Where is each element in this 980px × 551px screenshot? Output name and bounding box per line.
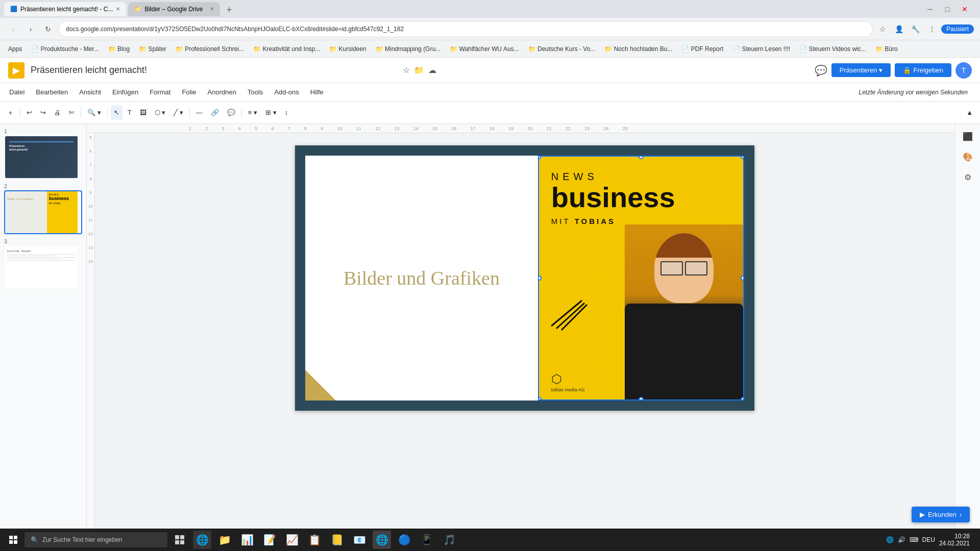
line-button[interactable]: ╱ ▾: [170, 106, 186, 120]
link-button[interactable]: 🔗: [208, 106, 222, 120]
menu-hilfe[interactable]: Hilfe: [305, 86, 329, 98]
add-button[interactable]: ＋: [4, 106, 17, 120]
align-button[interactable]: ≡ ▾: [245, 106, 260, 120]
menu-datei[interactable]: Datei: [4, 86, 30, 98]
bookmark-produktsuche[interactable]: 📄 Produktsuche - Mer...: [27, 43, 103, 55]
bookmark-icon[interactable]: ☆: [876, 22, 890, 36]
right-panel-btn-1[interactable]: ⬛: [960, 128, 976, 144]
share-button[interactable]: 🔒 Freigeben: [895, 63, 951, 77]
handle-mid-right[interactable]: [741, 276, 744, 281]
bookmark-kursideen[interactable]: 📁 Kursideen: [325, 43, 370, 55]
taskview-button[interactable]: [170, 531, 189, 549]
erkunden-button[interactable]: ▶ Erkunden ›: [912, 507, 970, 522]
slide-2-thumb[interactable]: Bilder und Grafiken NEWS business MIT TO…: [4, 190, 82, 234]
taskbar-excel-icon[interactable]: 📈: [283, 531, 301, 549]
taskbar-onenote-icon[interactable]: 📒: [328, 531, 346, 549]
bookmark-buero[interactable]: 📁 Büro: [871, 43, 902, 55]
handle-top-right[interactable]: [741, 156, 744, 159]
extensions-icon[interactable]: 🔧: [909, 22, 923, 36]
menu-tools[interactable]: Tools: [242, 86, 268, 98]
minimize-button[interactable]: ─: [923, 2, 937, 16]
bookmark-apps[interactable]: Apps: [4, 43, 26, 55]
textbox-button[interactable]: T: [125, 106, 135, 120]
bookmark-blog[interactable]: 📁 Blog: [104, 43, 134, 55]
bookmark-pdf[interactable]: 📄 PDF Report: [677, 43, 727, 55]
tab-close-inactive[interactable]: ✕: [210, 6, 214, 12]
comment-toolbar-button[interactable]: 💬: [224, 106, 238, 120]
taskbar-music-icon[interactable]: 🎵: [440, 531, 458, 549]
taskbar-edge2-icon[interactable]: 🔵: [395, 531, 413, 549]
right-panel-btn-2[interactable]: 🎨: [960, 148, 976, 165]
cursor-button[interactable]: ↖: [111, 106, 122, 120]
cloud-icon[interactable]: ☁: [428, 65, 436, 75]
bookmark-mindmapping[interactable]: 📁 Mindmapping (Gru...: [372, 43, 445, 55]
bookmark-professionell[interactable]: 📁 Professionell Schrei...: [172, 43, 248, 55]
handle-bottom-right[interactable]: [741, 397, 744, 400]
bookmark-hochladen[interactable]: 📁 Noch hochladen Bu...: [600, 43, 676, 55]
present-button[interactable]: Präsentieren ▾: [831, 63, 891, 77]
tab-close-active[interactable]: ✕: [116, 6, 120, 12]
right-panel-btn-3[interactable]: ⚙: [960, 169, 976, 185]
restore-button[interactable]: □: [940, 2, 954, 16]
profile-icon[interactable]: 👤: [892, 22, 906, 36]
image-button[interactable]: 🖼: [137, 106, 150, 120]
bookmark-deutsche[interactable]: 📁 Deutsche Kurs - Vo...: [524, 43, 600, 55]
redo-button[interactable]: ↪: [37, 106, 49, 120]
menu-addons[interactable]: Add-ons: [269, 86, 304, 98]
address-bar[interactable]: docs.google.com/presentation/d/1yV372SO5…: [58, 21, 873, 37]
slide-canvas[interactable]: Bilder und Grafiken: [295, 145, 754, 411]
taskbar-search[interactable]: 🔍 Zur Suche Text hier eingeben: [24, 532, 167, 547]
bookmark-wahlfaecher[interactable]: 📁 Wahlfächer WU Aus...: [446, 43, 523, 55]
bookmark-kreativitaet[interactable]: 📁 Kreativität und Insp...: [249, 43, 324, 55]
handle-bottom-left[interactable]: [538, 397, 542, 400]
handle-bottom-center[interactable]: [639, 397, 644, 400]
menu-anordnen[interactable]: Anordnen: [203, 86, 241, 98]
menu-icon[interactable]: ⋮: [925, 22, 939, 36]
bookmark-steuern1[interactable]: 📄 Steuern Lesen !!!!: [728, 43, 794, 55]
menu-ansicht[interactable]: Ansicht: [74, 86, 106, 98]
forward-button[interactable]: ›: [23, 22, 38, 36]
taskbar-misc-icon[interactable]: 📱: [418, 531, 436, 549]
star-icon[interactable]: ☆: [403, 65, 410, 75]
taskbar-edge-icon[interactable]: 🌐: [193, 531, 211, 549]
slide-1-thumb[interactable]: Präsentierenleicht gemacht!: [4, 135, 82, 179]
menu-folie[interactable]: Folie: [177, 86, 201, 98]
slide-3[interactable]: 3 Erste Folie - Beispiel: [4, 238, 82, 289]
taskbar-office-icon[interactable]: 📊: [238, 531, 256, 549]
slide-3-thumb[interactable]: Erste Folie - Beispiel: [4, 245, 82, 289]
print-button[interactable]: 🖨: [51, 106, 64, 120]
reload-button[interactable]: ↻: [41, 22, 55, 36]
windows-start-button[interactable]: [4, 531, 22, 549]
menu-format[interactable]: Format: [144, 86, 176, 98]
back-button[interactable]: ‹: [6, 22, 20, 36]
folder-icon[interactable]: 📁: [414, 65, 424, 75]
taskbar-chrome-icon[interactable]: 🌐: [373, 531, 391, 549]
taskbar-powerpoint-icon[interactable]: 📋: [305, 531, 324, 549]
bookmark-spaeter[interactable]: 📁 Später: [135, 43, 170, 55]
line-tool[interactable]: —: [193, 106, 206, 120]
slide-1[interactable]: 1 Präsentierenleicht gemacht!: [4, 128, 82, 179]
taskbar-explorer-icon[interactable]: 📁: [215, 531, 234, 549]
tab-active[interactable]: 🟦 Präsentieren leicht gemacht! - C... ✕: [4, 2, 126, 16]
present-dropdown-icon[interactable]: ▾: [879, 66, 883, 74]
zoom-button[interactable]: 🔍 ▾: [84, 106, 104, 120]
user-avatar[interactable]: T: [955, 62, 972, 79]
menu-einfuegen[interactable]: Einfügen: [107, 86, 143, 98]
menu-bearbeiten[interactable]: Bearbeiten: [31, 86, 73, 98]
undo-button[interactable]: ↩: [23, 106, 35, 120]
close-button[interactable]: ✕: [958, 2, 972, 16]
selected-image[interactable]: NEWS business MIT TOBIAS: [538, 156, 744, 400]
taskbar-word-icon[interactable]: 📝: [260, 531, 279, 549]
collapse-button[interactable]: ▲: [963, 106, 976, 120]
paint-format-button[interactable]: ✄: [66, 106, 78, 120]
taskbar-email-icon[interactable]: 📧: [350, 531, 369, 549]
bookmark-steuern2[interactable]: 📄 Steuern Videos wic...: [795, 43, 870, 55]
shapes-button[interactable]: ⬡ ▾: [152, 106, 169, 120]
new-tab-button[interactable]: ＋: [222, 2, 236, 16]
tab-inactive[interactable]: 📁 Bilder – Google Drive ✕: [128, 2, 220, 16]
distribute-button[interactable]: ⊞ ▾: [262, 106, 280, 120]
pausiert-button[interactable]: Pausiert: [941, 24, 974, 34]
arrange-button[interactable]: ↕: [282, 106, 291, 120]
slide-2[interactable]: 2 Bilder und Grafiken NEWS business MIT …: [4, 183, 82, 234]
comment-button[interactable]: 💬: [815, 64, 827, 77]
